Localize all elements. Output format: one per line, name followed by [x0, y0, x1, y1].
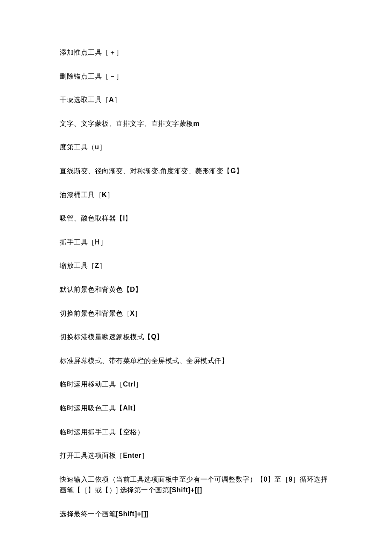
- shortcut-key: K: [102, 191, 107, 198]
- shortcut-key: Ctrl: [123, 381, 136, 388]
- shortcut-key: Alt: [123, 404, 133, 412]
- line-text: 油漆桶工具［: [60, 191, 102, 198]
- line-suffix: ］: [99, 143, 107, 151]
- line-text: 直线渐变、径向渐变、对称渐变,角度渐变、菱形渐变【: [60, 167, 231, 174]
- shortcut-key: m: [193, 120, 200, 127]
- line-suffix: ］: [135, 381, 143, 388]
- shortcut-line: 打开工具选项面板［Enter］: [60, 450, 332, 461]
- line-suffix: ］: [114, 96, 121, 103]
- shortcut-line: 缩放工具［Z］: [60, 260, 332, 271]
- line-text: 标准屏幕模式、带有菜单栏的全屏模式、全屏模式仟】: [60, 357, 228, 364]
- shortcut-key: u: [95, 143, 99, 151]
- shortcut-key: [Shift]+[]]: [116, 510, 149, 517]
- line-text: 吸管、酸色取样器【: [60, 215, 123, 222]
- line-suffix: ］: [99, 262, 107, 269]
- shortcut-key: Z: [95, 262, 99, 269]
- line-text: 抓手工具［: [60, 238, 95, 246]
- line-suffix: 】: [236, 167, 243, 174]
- shortcut-line: 吸管、酸色取样器【I】: [60, 213, 332, 224]
- shortcut-key: 0: [264, 476, 268, 483]
- shortcut-line: 临时运用抓手工具【空格）: [60, 427, 332, 438]
- document-content: 添加惟点工具［＋］ 删除锚点工具［－］ 干琥选取工具［A］ 文字、文字蒙板、直排…: [60, 47, 332, 519]
- line-text: 默认前景色和背黄色【: [60, 286, 130, 293]
- line-suffix: ］: [100, 238, 107, 246]
- line-text: 干琥选取工具［: [60, 96, 109, 103]
- line-text: 打开工具选项面板［: [60, 452, 123, 459]
- shortcut-key: Q: [151, 333, 157, 340]
- line-text: 切换前景色和背景色［: [60, 310, 130, 317]
- line-text: 度第工具（: [60, 143, 95, 151]
- shortcut-line: 默认前景色和背黄色【D】: [60, 284, 332, 295]
- shortcut-line: 临时运用吸色工具【Alt】: [60, 403, 332, 414]
- shortcut-key: G: [231, 167, 236, 174]
- shortcut-line: 度第工具（u］: [60, 142, 332, 153]
- shortcut-line: 抓手工具［H］: [60, 237, 332, 248]
- shortcut-line: 选择最终一个画笔[Shift]+[]]: [60, 509, 332, 520]
- line-suffix: 】: [156, 333, 164, 340]
- line-text: 删除锚点工具［－］: [60, 73, 123, 80]
- line-suffix: 】: [135, 286, 142, 293]
- shortcut-line: 临时运用移动工具［Ctrl］: [60, 379, 332, 390]
- shortcut-line: 直线渐变、径向渐变、对称渐变,角度渐变、菱形渐变【G】: [60, 166, 332, 177]
- shortcut-line: 删除锚点工具［－］: [60, 71, 332, 82]
- shortcut-key: [Shift]+[[]: [169, 486, 202, 494]
- line-suffix: ］: [141, 452, 149, 459]
- shortcut-key: D: [130, 286, 135, 293]
- line-suffix: ］: [135, 310, 142, 317]
- line-suffix: 】至［: [268, 476, 289, 483]
- shortcut-key: Enter: [123, 452, 141, 459]
- shortcut-line: 油漆桶工具［K］: [60, 189, 332, 200]
- shortcut-line: 添加惟点工具［＋］: [60, 47, 332, 58]
- line-text: 临时运用移动工具［: [60, 381, 123, 388]
- line-text: 临时运用吸色工具【: [60, 404, 123, 412]
- line-text: 切换标港模量瞅速篆板模式【: [60, 333, 151, 340]
- shortcut-line: 文字、文字蒙板、直排文字、直排文字蒙板m: [60, 118, 332, 129]
- shortcut-line: 快速输入工依项（当前工具选项面板中至少有一个可调整数字）【0】至［9］循环选择画…: [60, 474, 332, 496]
- shortcut-key: X: [130, 310, 135, 317]
- line-text: 缩放工具［: [60, 262, 95, 269]
- shortcut-key: A: [109, 96, 114, 103]
- line-text: 添加惟点工具［＋］: [60, 49, 123, 56]
- line-text: 临时运用抓手工具【空格）: [60, 428, 144, 436]
- shortcut-line: 切换标港模量瞅速篆板模式【Q】: [60, 331, 332, 343]
- line-suffix: 】: [133, 404, 140, 412]
- shortcut-key: 9: [288, 476, 292, 483]
- shortcut-line: 切换前景色和背景色［X］: [60, 308, 332, 319]
- shortcut-line: 干琥选取工具［A］: [60, 94, 332, 105]
- line-text: 快速输入工依项（当前工具选项面板中至少有一个可调整数字）【: [60, 476, 264, 483]
- shortcut-line: 标准屏幕模式、带有菜单栏的全屏模式、全屏模式仟】: [60, 355, 332, 366]
- line-text: 选择最终一个画笔: [60, 510, 116, 517]
- line-suffix: ］: [107, 191, 114, 198]
- shortcut-key: H: [95, 238, 100, 246]
- line-suffix: 】: [125, 215, 132, 222]
- line-text: 文字、文字蒙板、直排文字、直排文字蒙板: [60, 120, 193, 127]
